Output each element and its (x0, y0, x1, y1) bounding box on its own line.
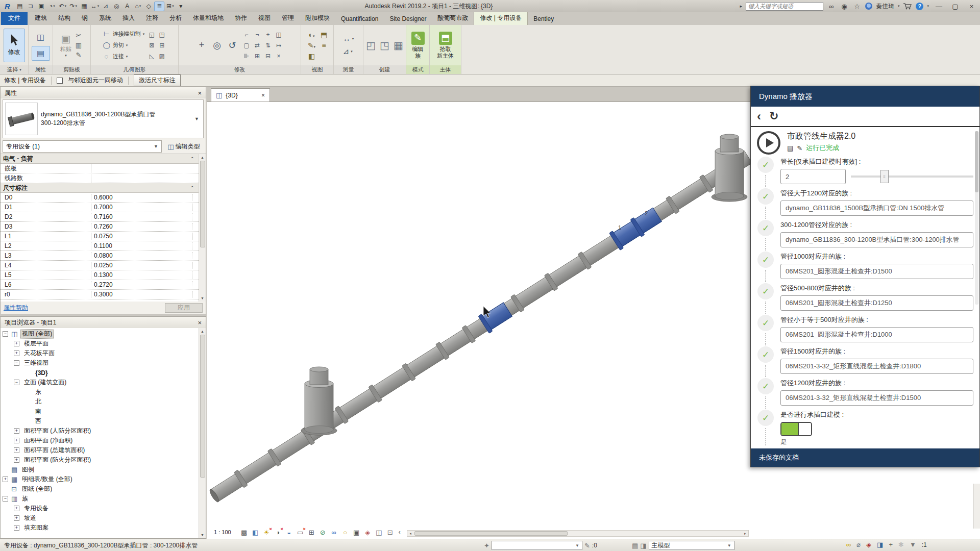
help-icon[interactable]: ? (916, 3, 923, 10)
displaced-elements-icon[interactable]: ◫ (375, 529, 383, 536)
field-input[interactable]: dynamo_GB11836_300-1200B型承插口管:300-1200排水… (780, 232, 973, 247)
param-value[interactable]: 0.6000 (91, 194, 192, 201)
modify-tool-icon[interactable]: × (274, 51, 284, 61)
slider-track[interactable]: ≡ (851, 176, 973, 178)
aligned-dimension-icon[interactable]: ⊿ (101, 2, 111, 11)
search-input[interactable] (746, 2, 823, 11)
modify-tool-icon[interactable]: ⇄ (252, 40, 262, 51)
create-tool-icon[interactable]: ◳ (380, 39, 389, 52)
tab-3[interactable]: 钢 (76, 12, 93, 25)
crop-view-icon[interactable]: ▭× (297, 529, 304, 536)
geometry-tool-icon[interactable]: ⊞ (157, 40, 166, 50)
tab-9[interactable]: 协作 (229, 12, 253, 25)
collapse-icon[interactable]: − (14, 380, 19, 385)
workset-combo[interactable]: ▼ (492, 541, 582, 550)
tab-12[interactable]: 附加模块 (300, 12, 335, 25)
horizontal-scrollbar[interactable]: ◂ ▸ (407, 530, 749, 537)
text-icon[interactable]: A (122, 2, 132, 11)
tree-item[interactable]: +天花板平面 (1, 348, 198, 358)
instance-filter-combo[interactable]: 专用设备 (1) ▼ (3, 140, 162, 153)
modify-tool-icon[interactable]: ⌐ (241, 30, 252, 40)
save-icon[interactable]: ▣ (36, 2, 46, 11)
move-icon[interactable]: + (195, 40, 208, 51)
reveal-hidden-icon[interactable]: ○ (341, 529, 349, 536)
modify-tool-icon[interactable]: ▢ (241, 40, 252, 51)
temporary-hide-isolate-icon[interactable]: ∞ (330, 529, 338, 536)
group-label-select[interactable]: 选择▾ (0, 65, 28, 74)
tree-item[interactable]: +面积平面 (总建筑面积) (1, 445, 198, 455)
activate-dimensions-button[interactable]: 激活尺寸标注 (134, 74, 181, 86)
tree-item[interactable]: +面积平面 (净面积) (1, 436, 198, 445)
tab-6[interactable]: 注释 (140, 12, 164, 25)
modify-tool-button[interactable]: 修改 (4, 29, 25, 62)
pick-new-host-button[interactable]: ⬒ 拾取 新主体 (437, 32, 454, 59)
project-browser-close-icon[interactable]: × (198, 319, 202, 327)
create-tool-icon[interactable]: ▦ (394, 39, 403, 52)
slider-handle[interactable]: ≡ (880, 170, 889, 183)
dimension-tool-icon[interactable]: ⊿▾ (343, 47, 354, 56)
toggle-switch[interactable] (780, 422, 812, 436)
copy-icon[interactable]: ▥ (74, 41, 83, 49)
manhole-top-right[interactable] (712, 134, 747, 202)
search-icon[interactable]: ∞ (827, 3, 836, 10)
measure-tool-icon[interactable]: ↔▾ (343, 34, 354, 43)
tree-item[interactable]: +填充图案 (1, 523, 198, 533)
expand-icon[interactable]: + (14, 515, 19, 521)
modify-tool-icon[interactable]: ⊟ (263, 51, 273, 61)
create-tool-icon[interactable]: ◰ (366, 39, 376, 52)
geometry-tool-icon[interactable]: ◳ (157, 30, 166, 39)
cut-icon[interactable]: ✂ (74, 32, 83, 39)
tree-item[interactable]: +面积平面 (人防分区面积) (1, 426, 198, 436)
vcb-collapse-icon[interactable]: ‹ (399, 529, 401, 536)
cope-button[interactable]: ⊢连接端切割▾ (103, 29, 145, 39)
tree-item[interactable]: 北 (1, 397, 198, 407)
param-value[interactable]: 0.3000 (91, 291, 192, 298)
collapse-icon[interactable]: − (3, 496, 8, 502)
field-input[interactable]: 06MS201_圆形混凝土检查井:D1500 (780, 264, 973, 279)
print-icon[interactable]: ▦ (79, 2, 89, 11)
tree-item[interactable]: ▤图例 (1, 465, 198, 474)
collapse-icon[interactable]: − (3, 331, 8, 337)
browser-scrollbar[interactable]: ▲ ▼ (199, 328, 206, 538)
modify-tool-icon[interactable]: ◫ (274, 30, 284, 40)
shadows-icon[interactable]: ◑× (274, 529, 282, 536)
panel-toggle-icon[interactable]: ▤ (632, 542, 638, 549)
param-value[interactable]: 0.2720 (91, 281, 192, 288)
param-value[interactable]: 0.0250 (91, 262, 192, 269)
select-pinned-icon[interactable]: ◈ (866, 541, 871, 548)
settings-gear-icon[interactable]: ✱ (898, 541, 904, 548)
editable-only-icon[interactable]: ✎ (584, 542, 590, 549)
refresh-icon[interactable]: ↻ (769, 110, 778, 123)
type-selector-caret-icon[interactable]: ▼ (194, 116, 201, 121)
tab-1[interactable]: 建筑 (29, 12, 53, 25)
tree-item[interactable]: ⊡图纸 (全部) (1, 484, 198, 494)
crop-region-icon[interactable]: ⊞ (308, 529, 315, 536)
paste-button[interactable]: ▣ 粘贴 ▾ (60, 33, 71, 58)
tag-icon[interactable]: ◎ (111, 2, 121, 11)
tree-item[interactable]: −三维视图 (1, 358, 198, 368)
select-underlay-icon[interactable]: ⌀ (856, 541, 861, 548)
tab-2[interactable]: 结构 (53, 12, 76, 25)
drag-on-selection-icon[interactable]: + (889, 541, 893, 548)
rotate-icon[interactable]: ↺ (226, 40, 238, 51)
measure-icon[interactable]: ↔▾ (90, 2, 101, 11)
app-store-cart-icon[interactable] (903, 3, 912, 10)
switch-view-icon[interactable]: ◨ (640, 542, 646, 549)
thin-lines-icon[interactable]: ≣ (154, 2, 164, 11)
tab-4[interactable]: 系统 (93, 12, 117, 25)
dynamo-header[interactable]: Dynamo 播放器 (751, 86, 979, 107)
apply-button[interactable]: 应用 (165, 303, 203, 313)
field-input[interactable]: 06MS201_圆形混凝土检查井:D1000 (780, 327, 973, 342)
view-tab-close-icon[interactable]: × (261, 92, 265, 99)
run-script-button[interactable] (757, 131, 780, 155)
view-tab-3d[interactable]: ◫ {3D} × (211, 88, 270, 102)
param-value[interactable]: 0.0750 (91, 233, 192, 240)
linework-icon[interactable]: ≡ (319, 41, 329, 49)
param-section-header[interactable]: 电气 - 负荷⌃ (1, 154, 199, 164)
param-value[interactable]: 0.1300 (91, 271, 192, 279)
default-3d-view-icon[interactable]: ⌂▾ (133, 2, 143, 11)
tree-item[interactable]: −◫视图 (全部) (1, 329, 198, 339)
cut-geometry-button[interactable]: ◯剪切▾ (103, 40, 145, 50)
expand-icon[interactable]: + (14, 447, 19, 453)
tree-item[interactable]: −立面 (建筑立面) (1, 378, 198, 387)
